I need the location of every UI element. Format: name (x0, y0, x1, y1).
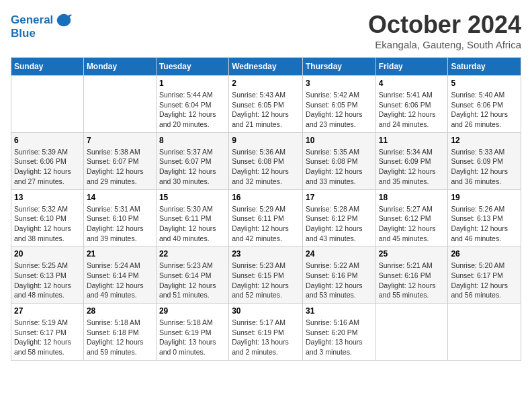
day-number: 20 (14, 249, 81, 259)
day-number: 23 (232, 249, 300, 259)
calendar-subtitle: Ekangala, Gauteng, South Africa (368, 39, 521, 50)
day-detail: Sunrise: 5:38 AM Sunset: 6:07 PM Dayligh… (87, 147, 153, 187)
calendar-cell: 23Sunrise: 5:23 AM Sunset: 6:15 PM Dayli… (229, 246, 303, 304)
calendar-cell: 4Sunrise: 5:41 AM Sunset: 6:06 PM Daylig… (375, 76, 448, 133)
calendar-body: 1Sunrise: 5:44 AM Sunset: 6:04 PM Daylig… (11, 76, 521, 361)
calendar-cell: 24Sunrise: 5:22 AM Sunset: 6:16 PM Dayli… (302, 246, 375, 304)
calendar-cell: 30Sunrise: 5:17 AM Sunset: 6:19 PM Dayli… (229, 304, 303, 361)
logo: General Blue (11, 11, 73, 40)
day-number: 12 (451, 136, 518, 145)
day-detail: Sunrise: 5:41 AM Sunset: 6:06 PM Dayligh… (379, 90, 445, 130)
day-number: 4 (379, 79, 445, 88)
calendar-cell: 3Sunrise: 5:42 AM Sunset: 6:05 PM Daylig… (302, 76, 375, 133)
day-detail: Sunrise: 5:23 AM Sunset: 6:15 PM Dayligh… (232, 261, 300, 300)
logo-bird-icon (54, 11, 73, 30)
day-detail: Sunrise: 5:22 AM Sunset: 6:16 PM Dayligh… (306, 261, 373, 300)
calendar-cell: 18Sunrise: 5:27 AM Sunset: 6:12 PM Dayli… (375, 189, 448, 246)
day-detail: Sunrise: 5:37 AM Sunset: 6:07 PM Dayligh… (159, 147, 226, 187)
calendar-cell: 16Sunrise: 5:29 AM Sunset: 6:11 PM Dayli… (229, 189, 303, 246)
day-detail: Sunrise: 5:23 AM Sunset: 6:14 PM Dayligh… (159, 261, 226, 300)
day-number: 10 (306, 136, 373, 145)
day-header-thursday: Thursday (302, 58, 375, 76)
day-number: 30 (232, 306, 300, 316)
day-number: 31 (306, 306, 373, 316)
calendar-header-row: SundayMondayTuesdayWednesdayThursdayFrid… (11, 58, 521, 76)
header: General Blue October 2024 Ekangala, Gaut… (11, 11, 521, 50)
day-header-wednesday: Wednesday (229, 58, 303, 76)
day-detail: Sunrise: 5:26 AM Sunset: 6:13 PM Dayligh… (451, 204, 518, 244)
day-number: 3 (306, 79, 373, 88)
day-detail: Sunrise: 5:36 AM Sunset: 6:08 PM Dayligh… (232, 147, 300, 187)
calendar-cell: 14Sunrise: 5:31 AM Sunset: 6:10 PM Dayli… (83, 189, 156, 246)
day-number: 18 (379, 193, 445, 202)
calendar-cell: 20Sunrise: 5:25 AM Sunset: 6:13 PM Dayli… (11, 246, 84, 304)
day-number: 2 (232, 79, 300, 88)
calendar-week-5: 27Sunrise: 5:19 AM Sunset: 6:17 PM Dayli… (11, 304, 521, 361)
calendar-cell: 10Sunrise: 5:35 AM Sunset: 6:08 PM Dayli… (302, 132, 375, 189)
calendar-table: SundayMondayTuesdayWednesdayThursdayFrid… (11, 57, 521, 361)
day-number: 1 (159, 79, 226, 88)
day-detail: Sunrise: 5:39 AM Sunset: 6:06 PM Dayligh… (14, 147, 81, 187)
day-detail: Sunrise: 5:31 AM Sunset: 6:10 PM Dayligh… (87, 204, 153, 244)
day-number: 19 (451, 193, 518, 202)
calendar-cell: 8Sunrise: 5:37 AM Sunset: 6:07 PM Daylig… (156, 132, 228, 189)
day-detail: Sunrise: 5:42 AM Sunset: 6:05 PM Dayligh… (306, 90, 373, 130)
calendar-cell: 6Sunrise: 5:39 AM Sunset: 6:06 PM Daylig… (11, 132, 84, 189)
day-number: 5 (451, 79, 518, 88)
calendar-cell: 25Sunrise: 5:21 AM Sunset: 6:16 PM Dayli… (375, 246, 448, 304)
day-number: 9 (232, 136, 300, 145)
title-area: October 2024 Ekangala, Gauteng, South Af… (368, 11, 521, 50)
day-detail: Sunrise: 5:33 AM Sunset: 6:09 PM Dayligh… (451, 147, 518, 187)
day-number: 27 (14, 306, 81, 316)
calendar-cell: 17Sunrise: 5:28 AM Sunset: 6:12 PM Dayli… (302, 189, 375, 246)
day-number: 25 (379, 249, 445, 259)
calendar-cell: 28Sunrise: 5:18 AM Sunset: 6:18 PM Dayli… (83, 304, 156, 361)
day-header-saturday: Saturday (448, 58, 521, 76)
day-detail: Sunrise: 5:40 AM Sunset: 6:06 PM Dayligh… (451, 90, 518, 130)
calendar-cell: 9Sunrise: 5:36 AM Sunset: 6:08 PM Daylig… (229, 132, 303, 189)
day-number: 8 (159, 136, 226, 145)
day-detail: Sunrise: 5:28 AM Sunset: 6:12 PM Dayligh… (306, 204, 373, 244)
day-number: 11 (379, 136, 445, 145)
calendar-cell: 27Sunrise: 5:19 AM Sunset: 6:17 PM Dayli… (11, 304, 84, 361)
day-header-sunday: Sunday (11, 58, 84, 76)
day-detail: Sunrise: 5:24 AM Sunset: 6:14 PM Dayligh… (87, 261, 153, 300)
day-number: 22 (159, 249, 226, 259)
calendar-cell (448, 304, 521, 361)
day-detail: Sunrise: 5:17 AM Sunset: 6:19 PM Dayligh… (232, 318, 300, 357)
day-detail: Sunrise: 5:16 AM Sunset: 6:20 PM Dayligh… (306, 318, 373, 357)
day-number: 17 (306, 193, 373, 202)
calendar-cell: 5Sunrise: 5:40 AM Sunset: 6:06 PM Daylig… (448, 76, 521, 133)
day-detail: Sunrise: 5:18 AM Sunset: 6:18 PM Dayligh… (87, 318, 153, 357)
day-detail: Sunrise: 5:32 AM Sunset: 6:10 PM Dayligh… (14, 204, 81, 244)
day-number: 13 (14, 193, 81, 202)
day-number: 15 (159, 193, 226, 202)
day-detail: Sunrise: 5:18 AM Sunset: 6:19 PM Dayligh… (159, 318, 226, 357)
calendar-week-1: 1Sunrise: 5:44 AM Sunset: 6:04 PM Daylig… (11, 76, 521, 133)
day-detail: Sunrise: 5:19 AM Sunset: 6:17 PM Dayligh… (14, 318, 81, 357)
day-number: 26 (451, 249, 518, 259)
calendar-cell: 12Sunrise: 5:33 AM Sunset: 6:09 PM Dayli… (448, 132, 521, 189)
calendar-cell: 19Sunrise: 5:26 AM Sunset: 6:13 PM Dayli… (448, 189, 521, 246)
calendar-cell: 11Sunrise: 5:34 AM Sunset: 6:09 PM Dayli… (375, 132, 448, 189)
day-number: 7 (87, 136, 153, 145)
day-number: 29 (159, 306, 226, 316)
day-number: 21 (87, 249, 153, 259)
day-detail: Sunrise: 5:35 AM Sunset: 6:08 PM Dayligh… (306, 147, 373, 187)
calendar-cell (375, 304, 448, 361)
day-detail: Sunrise: 5:44 AM Sunset: 6:04 PM Dayligh… (159, 90, 226, 130)
calendar-week-3: 13Sunrise: 5:32 AM Sunset: 6:10 PM Dayli… (11, 189, 521, 246)
day-number: 16 (232, 193, 300, 202)
calendar-cell (11, 76, 84, 133)
day-detail: Sunrise: 5:30 AM Sunset: 6:11 PM Dayligh… (159, 204, 226, 244)
calendar-cell (83, 76, 156, 133)
calendar-week-4: 20Sunrise: 5:25 AM Sunset: 6:13 PM Dayli… (11, 246, 521, 304)
calendar-cell: 22Sunrise: 5:23 AM Sunset: 6:14 PM Dayli… (156, 246, 228, 304)
day-detail: Sunrise: 5:21 AM Sunset: 6:16 PM Dayligh… (379, 261, 445, 300)
calendar-cell: 29Sunrise: 5:18 AM Sunset: 6:19 PM Dayli… (156, 304, 228, 361)
day-detail: Sunrise: 5:29 AM Sunset: 6:11 PM Dayligh… (232, 204, 300, 244)
calendar-cell: 2Sunrise: 5:43 AM Sunset: 6:05 PM Daylig… (229, 76, 303, 133)
calendar-cell: 7Sunrise: 5:38 AM Sunset: 6:07 PM Daylig… (83, 132, 156, 189)
day-header-tuesday: Tuesday (156, 58, 228, 76)
day-number: 6 (14, 136, 81, 145)
